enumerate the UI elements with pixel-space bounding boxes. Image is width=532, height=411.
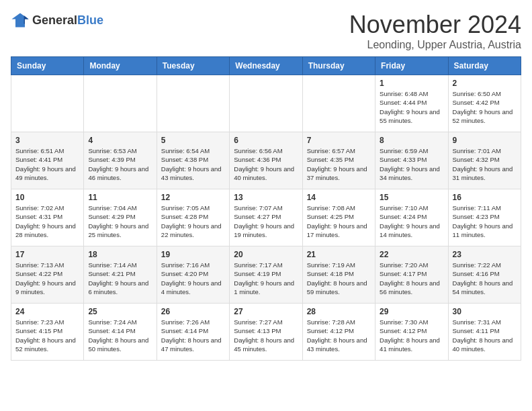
day-info: Sunrise: 6:50 AM Sunset: 4:42 PM Dayligh… <box>453 89 517 125</box>
calendar-cell: 14Sunrise: 7:08 AM Sunset: 4:25 PM Dayli… <box>302 189 375 246</box>
weekday-header: Saturday <box>448 57 521 75</box>
day-info: Sunrise: 7:23 AM Sunset: 4:15 PM Dayligh… <box>15 318 79 353</box>
day-number: 11 <box>88 193 152 202</box>
logo-icon <box>11 11 30 30</box>
calendar-cell: 20Sunrise: 7:17 AM Sunset: 4:19 PM Dayli… <box>230 246 302 304</box>
day-number: 18 <box>88 250 152 259</box>
day-info: Sunrise: 7:05 AM Sunset: 4:28 PM Dayligh… <box>161 203 225 239</box>
day-info: Sunrise: 7:07 AM Sunset: 4:27 PM Dayligh… <box>234 203 298 239</box>
day-number: 27 <box>234 307 298 316</box>
weekday-header: Tuesday <box>157 57 229 75</box>
day-info: Sunrise: 7:02 AM Sunset: 4:31 PM Dayligh… <box>15 203 79 239</box>
calendar-cell: 10Sunrise: 7:02 AM Sunset: 4:31 PM Dayli… <box>11 189 84 246</box>
day-info: Sunrise: 7:19 AM Sunset: 4:18 PM Dayligh… <box>307 261 371 296</box>
day-number: 9 <box>453 136 517 145</box>
calendar-cell: 21Sunrise: 7:19 AM Sunset: 4:18 PM Dayli… <box>302 246 375 304</box>
day-number: 13 <box>234 193 298 202</box>
day-info: Sunrise: 7:26 AM Sunset: 4:14 PM Dayligh… <box>161 318 225 353</box>
day-info: Sunrise: 6:56 AM Sunset: 4:36 PM Dayligh… <box>234 146 298 182</box>
day-number: 23 <box>453 250 517 259</box>
day-info: Sunrise: 7:17 AM Sunset: 4:19 PM Dayligh… <box>234 261 298 296</box>
day-number: 8 <box>380 136 443 145</box>
day-info: Sunrise: 6:57 AM Sunset: 4:35 PM Dayligh… <box>307 146 371 182</box>
day-number: 5 <box>161 136 225 145</box>
logo-text: GeneralBlue <box>32 13 103 28</box>
calendar-cell: 24Sunrise: 7:23 AM Sunset: 4:15 PM Dayli… <box>11 304 84 361</box>
day-number: 17 <box>15 250 79 259</box>
day-number: 25 <box>88 307 152 316</box>
month-title: November 2024 <box>349 11 521 39</box>
calendar-cell: 18Sunrise: 7:14 AM Sunset: 4:21 PM Dayli… <box>84 246 157 304</box>
day-info: Sunrise: 6:54 AM Sunset: 4:38 PM Dayligh… <box>161 146 225 182</box>
calendar-cell: 30Sunrise: 7:31 AM Sunset: 4:11 PM Dayli… <box>448 304 521 361</box>
logo: GeneralBlue <box>11 11 103 30</box>
calendar-cell: 13Sunrise: 7:07 AM Sunset: 4:27 PM Dayli… <box>230 189 302 246</box>
day-info: Sunrise: 7:31 AM Sunset: 4:11 PM Dayligh… <box>453 318 517 353</box>
calendar-table: SundayMondayTuesdayWednesdayThursdayFrid… <box>11 56 521 361</box>
day-info: Sunrise: 7:28 AM Sunset: 4:12 PM Dayligh… <box>307 318 371 353</box>
day-number: 19 <box>161 250 225 259</box>
calendar-header-row: SundayMondayTuesdayWednesdayThursdayFrid… <box>11 57 521 75</box>
day-info: Sunrise: 7:27 AM Sunset: 4:13 PM Dayligh… <box>234 318 298 353</box>
calendar-cell: 12Sunrise: 7:05 AM Sunset: 4:28 PM Dayli… <box>157 189 229 246</box>
day-info: Sunrise: 7:10 AM Sunset: 4:24 PM Dayligh… <box>380 203 443 239</box>
calendar-week-row: 17Sunrise: 7:13 AM Sunset: 4:22 PM Dayli… <box>11 246 521 304</box>
calendar-cell <box>302 75 375 132</box>
day-number: 24 <box>15 307 79 316</box>
day-number: 16 <box>453 193 517 202</box>
calendar-cell: 7Sunrise: 6:57 AM Sunset: 4:35 PM Daylig… <box>302 132 375 189</box>
day-number: 3 <box>15 136 79 145</box>
day-info: Sunrise: 7:30 AM Sunset: 4:12 PM Dayligh… <box>380 318 443 353</box>
svg-marker-1 <box>24 15 29 24</box>
day-number: 6 <box>234 136 298 145</box>
day-number: 20 <box>234 250 298 259</box>
calendar-cell <box>157 75 229 132</box>
day-info: Sunrise: 7:16 AM Sunset: 4:20 PM Dayligh… <box>161 261 225 296</box>
calendar-week-row: 24Sunrise: 7:23 AM Sunset: 4:15 PM Dayli… <box>11 304 521 361</box>
day-info: Sunrise: 6:59 AM Sunset: 4:33 PM Dayligh… <box>380 146 443 182</box>
day-number: 12 <box>161 193 225 202</box>
calendar-cell: 27Sunrise: 7:27 AM Sunset: 4:13 PM Dayli… <box>230 304 302 361</box>
day-info: Sunrise: 7:20 AM Sunset: 4:17 PM Dayligh… <box>380 261 443 296</box>
day-number: 28 <box>307 307 371 316</box>
day-number: 22 <box>380 250 443 259</box>
weekday-header: Friday <box>375 57 448 75</box>
day-number: 29 <box>380 307 443 316</box>
calendar-cell: 17Sunrise: 7:13 AM Sunset: 4:22 PM Dayli… <box>11 246 84 304</box>
weekday-header: Wednesday <box>230 57 302 75</box>
day-info: Sunrise: 6:53 AM Sunset: 4:39 PM Dayligh… <box>88 146 152 182</box>
day-number: 2 <box>453 79 517 88</box>
calendar-cell: 9Sunrise: 7:01 AM Sunset: 4:32 PM Daylig… <box>448 132 521 189</box>
title-area: November 2024 Leonding, Upper Austria, A… <box>349 11 521 51</box>
day-number: 21 <box>307 250 371 259</box>
calendar-cell <box>11 75 84 132</box>
page-header: GeneralBlue November 2024 Leonding, Uppe… <box>11 11 521 51</box>
day-info: Sunrise: 6:48 AM Sunset: 4:44 PM Dayligh… <box>380 89 443 125</box>
svg-marker-0 <box>11 13 28 28</box>
calendar-cell: 11Sunrise: 7:04 AM Sunset: 4:29 PM Dayli… <box>84 189 157 246</box>
day-info: Sunrise: 7:24 AM Sunset: 4:14 PM Dayligh… <box>88 318 152 353</box>
day-number: 4 <box>88 136 152 145</box>
calendar-cell: 28Sunrise: 7:28 AM Sunset: 4:12 PM Dayli… <box>302 304 375 361</box>
calendar-week-row: 1Sunrise: 6:48 AM Sunset: 4:44 PM Daylig… <box>11 75 521 132</box>
weekday-header: Sunday <box>11 57 84 75</box>
calendar-cell <box>84 75 157 132</box>
day-info: Sunrise: 7:01 AM Sunset: 4:32 PM Dayligh… <box>453 146 517 182</box>
location-subtitle: Leonding, Upper Austria, Austria <box>349 39 521 51</box>
calendar-cell: 15Sunrise: 7:10 AM Sunset: 4:24 PM Dayli… <box>375 189 448 246</box>
calendar-week-row: 3Sunrise: 6:51 AM Sunset: 4:41 PM Daylig… <box>11 132 521 189</box>
day-info: Sunrise: 7:04 AM Sunset: 4:29 PM Dayligh… <box>88 203 152 239</box>
calendar-week-row: 10Sunrise: 7:02 AM Sunset: 4:31 PM Dayli… <box>11 189 521 246</box>
weekday-header: Thursday <box>302 57 375 75</box>
day-number: 15 <box>380 193 443 202</box>
calendar-cell: 19Sunrise: 7:16 AM Sunset: 4:20 PM Dayli… <box>157 246 229 304</box>
calendar-cell: 23Sunrise: 7:22 AM Sunset: 4:16 PM Dayli… <box>448 246 521 304</box>
calendar-cell: 2Sunrise: 6:50 AM Sunset: 4:42 PM Daylig… <box>448 75 521 132</box>
day-number: 10 <box>15 193 79 202</box>
calendar-cell: 1Sunrise: 6:48 AM Sunset: 4:44 PM Daylig… <box>375 75 448 132</box>
calendar-cell: 16Sunrise: 7:11 AM Sunset: 4:23 PM Dayli… <box>448 189 521 246</box>
day-info: Sunrise: 7:22 AM Sunset: 4:16 PM Dayligh… <box>453 261 517 296</box>
calendar-cell: 3Sunrise: 6:51 AM Sunset: 4:41 PM Daylig… <box>11 132 84 189</box>
calendar-cell: 25Sunrise: 7:24 AM Sunset: 4:14 PM Dayli… <box>84 304 157 361</box>
day-number: 1 <box>380 79 443 88</box>
